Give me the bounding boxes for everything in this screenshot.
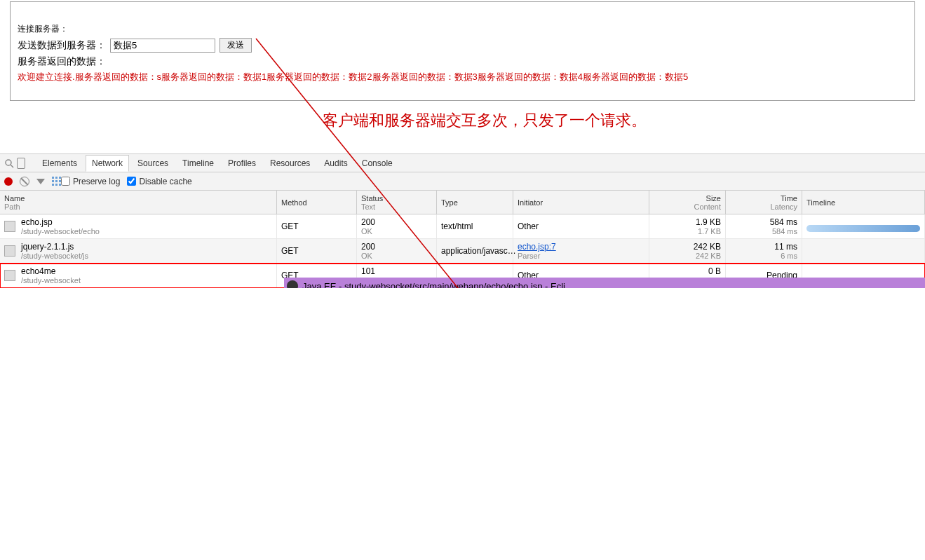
tab-sources[interactable]: Sources: [132, 156, 174, 171]
header-initiator[interactable]: Initiator: [513, 191, 649, 214]
disable-cache-checkbox[interactable]: Disable cache: [127, 177, 191, 186]
search-icon[interactable]: [4, 158, 14, 168]
svg-point-0: [6, 160, 11, 165]
tab-audits[interactable]: Audits: [318, 156, 353, 171]
file-icon: [4, 245, 15, 257]
clear-icon[interactable]: [20, 177, 29, 186]
network-row[interactable]: echo.jsp/study-websocket/echo GET 200OK …: [0, 214, 925, 239]
network-header-row: NamePath Method StatusText Type Initiato…: [0, 191, 925, 214]
header-size[interactable]: SizeContent: [649, 191, 726, 214]
devtools-panel: Elements Network Sources Timeline Profil…: [0, 153, 925, 288]
header-name[interactable]: NamePath: [0, 191, 277, 214]
filter-icon[interactable]: [36, 179, 45, 184]
send-label: 发送数据到服务器：: [18, 39, 106, 52]
preserve-log-checkbox[interactable]: Preserve log: [61, 177, 120, 186]
devtools-tabs: Elements Network Sources Timeline Profil…: [0, 154, 925, 172]
browser-page: 连接服务器： 发送数据到服务器： 发送 服务器返回的数据： 欢迎建立连接.服务器…: [10, 1, 915, 101]
tab-profiles[interactable]: Profiles: [222, 156, 262, 171]
tab-elements[interactable]: Elements: [36, 156, 83, 171]
send-input[interactable]: [110, 39, 215, 53]
eclipse-title-text: Java EE - study-websocket/src/main/webap…: [302, 281, 565, 289]
eclipse-icon: [287, 280, 298, 288]
server-log: 欢迎建立连接.服务器返回的数据：s服务器返回的数据：数据1服务器返回的数据：数据…: [18, 71, 907, 83]
bookmark-bar: [16, 5, 909, 18]
network-row[interactable]: jquery-2.1.1.js/study-websocket/js GET 2…: [0, 239, 925, 264]
device-icon[interactable]: [17, 158, 25, 169]
header-status[interactable]: StatusText: [357, 191, 437, 214]
send-row: 发送数据到服务器： 发送: [18, 38, 907, 53]
annotation-text: 客户端和服务器端交互多次，只发了一个请求。: [323, 110, 647, 131]
tab-network[interactable]: Network: [86, 155, 129, 172]
connect-server-label: 连接服务器：: [18, 23, 907, 35]
view-icon[interactable]: [52, 177, 54, 186]
header-time[interactable]: TimeLatency: [726, 191, 802, 214]
tab-resources[interactable]: Resources: [264, 156, 316, 171]
tab-timeline[interactable]: Timeline: [177, 156, 220, 171]
page-content: 连接服务器： 发送数据到服务器： 发送 服务器返回的数据： 欢迎建立连接.服务器…: [16, 18, 909, 97]
return-label: 服务器返回的数据：: [18, 55, 907, 68]
eclipse-window: Java EE - study-websocket/src/main/webap…: [284, 278, 925, 288]
header-timeline[interactable]: Timeline: [802, 191, 925, 214]
tab-console[interactable]: Console: [356, 156, 398, 171]
record-icon[interactable]: [4, 177, 13, 186]
file-icon: [4, 270, 15, 281]
file-icon: [4, 221, 15, 232]
header-method[interactable]: Method: [277, 191, 357, 214]
header-type[interactable]: Type: [437, 191, 513, 214]
send-button[interactable]: 发送: [220, 38, 252, 53]
svg-line-1: [11, 165, 13, 168]
network-toolbar: Preserve log Disable cache: [0, 172, 925, 191]
eclipse-titlebar: Java EE - study-websocket/src/main/webap…: [284, 278, 925, 288]
